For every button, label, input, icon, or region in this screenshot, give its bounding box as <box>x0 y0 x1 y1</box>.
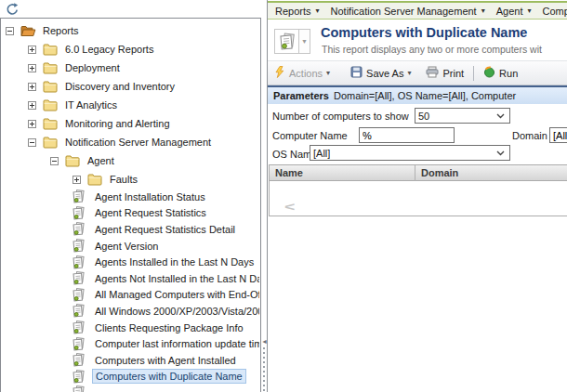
chevron-down-icon[interactable]: ▼ <box>299 29 310 54</box>
expand-icon[interactable] <box>28 101 36 110</box>
expand-icon[interactable] <box>28 46 36 54</box>
column-header-name[interactable]: Name <box>270 167 415 178</box>
tree-item-6-0-legacy-reports[interactable]: 6.0 Legacy Reports <box>2 40 259 59</box>
splitter-grip <box>263 347 265 392</box>
tree-item-computers-with-duplicate-name[interactable]: Computers with Duplicate Name <box>2 369 259 385</box>
floppy-icon <box>350 66 363 80</box>
report-icon <box>73 271 89 285</box>
breadcrumb: Reports▾Notification Server Management▾A… <box>268 1 567 20</box>
tree-item-label: IT Analytics <box>62 98 120 111</box>
tree-item-agent-installation-status[interactable]: Agent Installation Status <box>2 189 259 205</box>
tree-item-label: Reports <box>40 24 82 37</box>
report-icon <box>73 385 89 392</box>
report-icon <box>73 353 89 367</box>
actions-button[interactable]: Actions ▾ <box>273 66 330 80</box>
tree-item-it-analytics[interactable]: IT Analytics <box>2 96 259 114</box>
toolbar: Actions ▾ Save As ▾ <box>268 60 567 85</box>
chevron-down-icon <box>496 113 505 119</box>
parameters-label: Parameters <box>273 90 329 101</box>
tree-item-label: Monitoring and Alerting <box>62 117 173 130</box>
lightning-icon <box>273 66 285 80</box>
chevron-down-icon: ▾ <box>527 7 531 15</box>
breadcrumb-item-reports[interactable]: Reports▾ <box>275 6 320 17</box>
collapse-icon[interactable] <box>6 27 14 35</box>
page-subtitle: This report displays any two or more com… <box>322 44 542 55</box>
tree-item-all-windows-2000-xp-2003-vista-2008[interactable]: All Windows 2000/XP/2003/Vista/2008 <box>2 303 259 320</box>
tree-item-discovery-and-inventory[interactable]: Discovery and Inventory <box>2 77 259 96</box>
os-name-select[interactable]: [All] <box>310 145 510 161</box>
breadcrumb-item-agent[interactable]: Agent▾ <box>496 6 532 17</box>
collapse-icon[interactable] <box>28 138 36 147</box>
tree-item-label: Deployment <box>62 61 123 74</box>
tree-item-label: All Windows 2000/XP/2003/Vista/2008 <box>92 305 259 318</box>
folder-icon <box>43 81 59 93</box>
report-icon-split-button[interactable]: ▼ <box>274 29 310 54</box>
expand-icon[interactable] <box>28 64 36 72</box>
tree-item-label: Computer last information update tim <box>92 337 259 350</box>
breadcrumb-label: Reports <box>275 6 311 17</box>
breadcrumb-item-computers-with-duplicate-name[interactable]: Computers with Duplicate Name <box>542 6 567 17</box>
tree-item-label: Computers with Agent Installed <box>92 354 239 367</box>
collapse-icon[interactable] <box>50 157 59 165</box>
tree-item-label: Notification Server Management <box>62 136 214 149</box>
tree-item-clients-requesting-package-info[interactable]: Clients Requesting Package Info <box>2 320 259 336</box>
chevron-down-icon: ▾ <box>407 69 411 77</box>
expand-icon[interactable] <box>28 83 36 91</box>
run-label: Run <box>499 68 518 79</box>
tree-item-agent-version[interactable]: Agent Version <box>2 238 259 255</box>
domain-input[interactable] <box>549 127 567 143</box>
breadcrumb-label: Computers with Duplicate Name <box>542 6 567 17</box>
expand-icon[interactable] <box>28 120 36 128</box>
computer-name-label: Computer Name <box>272 130 348 141</box>
tree-item-agent-request-statistics-detail[interactable]: Agent Request Statistics Detail <box>2 221 259 238</box>
tree-item-agents-installed-in-the-last-n-days[interactable]: Agents Installed in the Last N Days <box>2 254 259 270</box>
page-title: Computers with Duplicate Name <box>321 25 527 40</box>
tree-item-faults[interactable]: Faults <box>2 170 259 189</box>
report-icon <box>73 370 89 384</box>
tree-item-label: Clients Requesting Package Info <box>92 321 246 334</box>
toolbar-separator <box>473 66 474 81</box>
tree-item-all-managed-computers-with-end-of-l[interactable]: All Managed Computers with End-Of-L <box>2 287 259 304</box>
os-name-value: [All] <box>313 148 496 159</box>
run-button[interactable]: Run <box>483 66 518 80</box>
tree-item-notification-server-management[interactable]: Notification Server Management <box>2 133 259 151</box>
tree-item-label: Agent Version <box>92 240 162 253</box>
report-panel: Reports▾Notification Server Management▾A… <box>267 0 567 392</box>
tree-item-monitoring-and-alerting[interactable]: Monitoring and Alerting <box>2 114 259 133</box>
save-as-label: Save As <box>366 68 403 79</box>
tree-item-computers-with-agent-installed[interactable]: Computers with Agent Installed <box>2 352 259 369</box>
report-icon <box>73 222 89 236</box>
tree-item-agent-request-statistics[interactable]: Agent Request Statistics <box>2 205 259 222</box>
tree-item-label: Agent Request Statistics <box>92 206 209 219</box>
breadcrumb-item-notification-server-management[interactable]: Notification Server Management▾ <box>331 6 485 17</box>
chevron-down-icon: ▾ <box>316 7 320 15</box>
refresh-icon[interactable] <box>5 2 21 17</box>
tree-item-agents-not-installed-in-the-last-n-day[interactable]: Agents Not Installed in the Last N Day <box>2 270 259 287</box>
column-header-domain[interactable]: Domain <box>415 165 567 181</box>
number-to-show-select[interactable]: 50 <box>415 108 510 124</box>
report-icon <box>73 320 89 334</box>
print-button[interactable]: Print <box>426 66 464 80</box>
scroll-left-icon[interactable]: < <box>284 200 295 214</box>
tree-item-agent[interactable]: Agent <box>2 151 259 170</box>
green-orb-icon <box>483 66 495 80</box>
report-icon <box>73 239 89 253</box>
tree-item-label: Faults <box>107 173 140 186</box>
folder-icon <box>43 44 59 56</box>
reports-tree: Reports6.0 Legacy ReportsDeploymentDisco… <box>2 21 259 392</box>
tree-item-reports[interactable]: Reports <box>2 21 259 40</box>
number-to-show-value: 50 <box>418 111 496 122</box>
computer-name-input[interactable] <box>359 127 455 143</box>
report-icon <box>73 337 89 351</box>
save-as-button[interactable]: Save As ▾ <box>350 66 411 80</box>
expand-icon[interactable] <box>73 176 81 184</box>
parameters-bar: Parameters Domain=[All], OS Name=[All], … <box>268 85 567 104</box>
tree-item-deployment[interactable]: Deployment <box>2 59 259 77</box>
folder-icon <box>87 174 104 186</box>
folder-icon <box>43 99 59 111</box>
tree-item-partial[interactable] <box>2 385 259 392</box>
tree-item-label: Agent Installation Status <box>92 190 208 203</box>
chevron-down-icon: ▾ <box>481 7 485 15</box>
report-icon <box>73 206 89 220</box>
tree-item-computer-last-information-update-tim[interactable]: Computer last information update tim <box>2 335 259 352</box>
